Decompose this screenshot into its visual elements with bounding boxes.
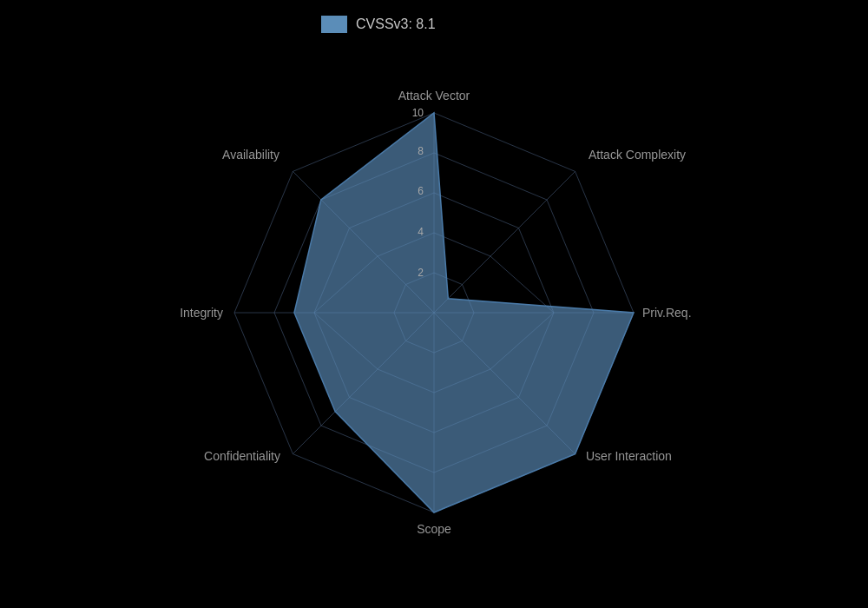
chart-container: CVSSv3: 8.1	[0, 0, 868, 608]
label-availability: Availability	[222, 148, 279, 162]
label-priv-req: Priv.Req.	[642, 306, 692, 320]
label-user-interaction: User Interaction	[586, 449, 672, 463]
grid-label-2: 2	[418, 267, 424, 279]
grid-label-6: 6	[418, 185, 424, 197]
axis-attack-complexity	[434, 171, 575, 313]
grid-label-10: 10	[412, 107, 424, 119]
legend-label: CVSSv3: 8.1	[356, 17, 436, 31]
label-integrity: Integrity	[180, 306, 223, 320]
label-attack-vector: Attack Vector	[398, 89, 470, 102]
label-attack-complexity: Attack Complexity	[589, 148, 686, 162]
grid-label-4: 4	[418, 226, 424, 238]
legend-color-box	[321, 16, 347, 33]
label-confidentiality: Confidentiality	[204, 449, 280, 463]
data-polygon	[294, 113, 634, 512]
grid-label-8: 8	[418, 145, 424, 157]
label-scope: Scope	[417, 522, 451, 536]
